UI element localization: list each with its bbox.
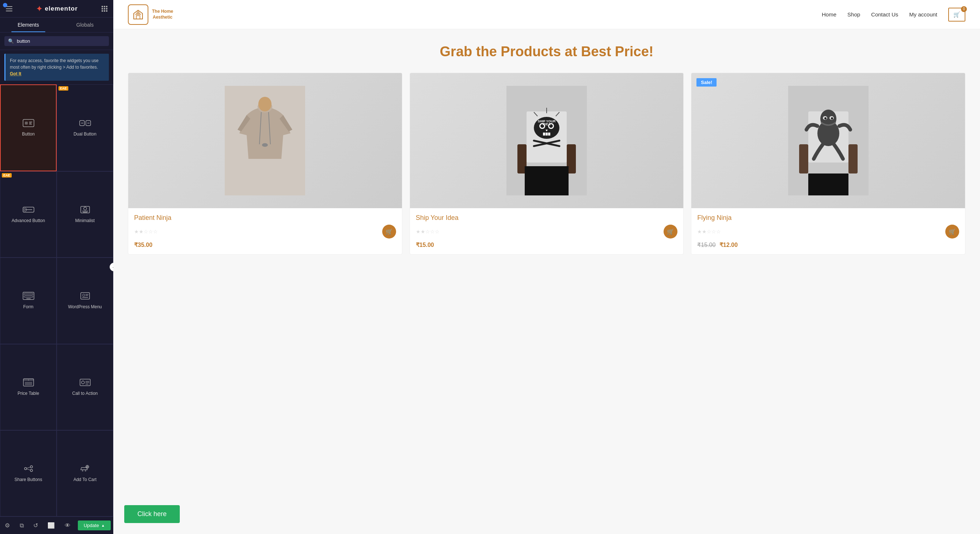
product-name-flying-ninja: Flying Ninja xyxy=(697,214,959,222)
svg-point-80 xyxy=(831,117,833,119)
search-input[interactable] xyxy=(17,38,105,44)
widget-button[interactable]: Button xyxy=(0,84,57,171)
widget-minimalist[interactable]: Minimalist xyxy=(57,171,113,257)
product-info-ship-your-idea: Ship Your Idea ★★☆☆☆ 🛒 ₹15.00 xyxy=(410,208,684,254)
wordpress-menu-widget-icon xyxy=(79,292,91,302)
svg-point-44 xyxy=(82,470,83,472)
product-card-ship-your-idea: SHIP YOUR IDEA xyxy=(410,73,684,254)
product-name-patient-ninja: Patient Ninja xyxy=(134,214,396,222)
minimalist-widget-icon xyxy=(79,206,91,216)
site-logo-icon xyxy=(128,5,148,25)
add-to-cart-flying-ninja[interactable]: 🛒 xyxy=(945,225,959,238)
widget-price-table-label: Price Table xyxy=(18,391,39,396)
widget-advanced-button[interactable]: EAE Advanced Button xyxy=(0,171,57,257)
widget-share-buttons-label: Share Buttons xyxy=(14,477,42,482)
product-card-patient-ninja: Patient Ninja ★★☆☆☆ 🛒 ₹35.00 xyxy=(128,73,402,254)
mac-dot xyxy=(3,3,7,7)
click-here-button[interactable]: Click here xyxy=(124,505,180,523)
product-image-ship-your-idea: SHIP YOUR IDEA xyxy=(410,73,684,208)
widget-call-to-action[interactable]: Call to Action xyxy=(57,344,113,430)
svg-rect-20 xyxy=(81,292,89,299)
product-price-ship-your-idea: ₹15.00 xyxy=(416,242,678,248)
svg-rect-82 xyxy=(848,144,858,173)
hamburger-menu[interactable] xyxy=(6,6,13,11)
call-to-action-widget-icon xyxy=(79,378,91,389)
svg-point-79 xyxy=(824,117,827,119)
widget-share-buttons[interactable]: Share Buttons xyxy=(0,430,57,517)
info-text: For easy access, favorite the widgets yo… xyxy=(10,58,99,70)
product-info-patient-ninja: Patient Ninja ★★☆☆☆ 🛒 ₹35.00 xyxy=(128,208,402,254)
search-inner: 🔍 xyxy=(5,36,109,46)
button-widget-icon xyxy=(23,119,34,129)
svg-rect-81 xyxy=(799,144,808,173)
update-button[interactable]: Update ▲ xyxy=(78,520,111,530)
product-price-flying-ninja: ₹15.00 ₹12.00 xyxy=(697,242,959,248)
add-to-cart-patient-ninja[interactable]: 🛒 xyxy=(382,225,396,238)
svg-rect-0 xyxy=(23,119,34,127)
main-content: The Home Aesthetic Home Shop Contact Us … xyxy=(113,0,980,534)
product-price-patient-ninja: ₹35.00 xyxy=(134,242,396,248)
left-panel: ✦ elementor Elements Globals 🔍 For easy … xyxy=(0,0,113,534)
grid-icon[interactable] xyxy=(102,6,107,12)
tab-globals[interactable]: Globals xyxy=(57,17,113,32)
nav-contact[interactable]: Contact Us xyxy=(871,11,898,17)
preview-icon[interactable]: 👁 xyxy=(62,520,73,531)
responsive-icon[interactable]: ⬜ xyxy=(45,520,57,531)
stars-ship-your-idea: ★★☆☆☆ xyxy=(416,229,439,235)
update-chevron-icon: ▲ xyxy=(101,523,105,528)
widget-button-label: Button xyxy=(22,132,35,137)
nav-account[interactable]: My account xyxy=(909,11,937,17)
svg-line-40 xyxy=(27,469,30,470)
widget-add-to-cart-label: Add To Cart xyxy=(73,477,97,482)
advanced-button-widget-icon xyxy=(23,206,34,216)
settings-icon[interactable]: ⚙ xyxy=(3,520,12,531)
nav-home[interactable]: Home xyxy=(822,11,837,17)
widget-wordpress-menu-label: WordPress Menu xyxy=(68,304,102,309)
panel-search: 🔍 xyxy=(0,32,113,50)
svg-rect-72 xyxy=(525,166,569,195)
svg-point-52 xyxy=(258,97,272,111)
svg-point-51 xyxy=(262,143,268,147)
widget-wordpress-menu[interactable]: WordPress Menu xyxy=(57,257,113,344)
svg-rect-62 xyxy=(548,133,550,135)
site-header: The Home Aesthetic Home Shop Contact Us … xyxy=(113,0,980,29)
form-widget-icon xyxy=(23,292,34,302)
svg-marker-46 xyxy=(135,11,142,15)
widget-grid: Button EAE Dual Button EAE xyxy=(0,84,113,517)
product-placeholder-3 xyxy=(691,73,965,208)
svg-rect-17 xyxy=(24,293,33,295)
layers-icon[interactable]: ⧉ xyxy=(18,520,26,531)
price-table-widget-icon: $ xyxy=(23,378,34,389)
tab-elements[interactable]: Elements xyxy=(0,17,57,32)
widget-advanced-button-label: Advanced Button xyxy=(12,218,45,223)
add-to-cart-ship-your-idea[interactable]: 🛒 xyxy=(663,225,678,238)
nav-shop[interactable]: Shop xyxy=(847,11,860,17)
product-rating-flying-ninja: ★★☆☆☆ 🛒 xyxy=(697,225,959,238)
cart-badge: 0 xyxy=(961,6,967,12)
dual-button-widget-icon xyxy=(79,119,91,129)
logo-icon: ✦ xyxy=(36,5,43,13)
stars-patient-ninja: ★★☆☆☆ xyxy=(134,229,158,235)
share-buttons-widget-icon xyxy=(23,465,34,475)
info-box: For easy access, favorite the widgets yo… xyxy=(5,54,109,81)
svg-rect-35 xyxy=(86,383,88,385)
cart-button[interactable]: 🛒 0 xyxy=(948,8,966,22)
add-to-cart-widget-icon xyxy=(79,465,91,475)
widget-add-to-cart[interactable]: Add To Cart xyxy=(57,430,113,517)
site-logo: The Home Aesthetic xyxy=(128,5,173,25)
history-icon[interactable]: ↺ xyxy=(31,520,40,531)
got-it-link[interactable]: Got It xyxy=(10,71,21,76)
logo-text: elementor xyxy=(45,5,78,13)
product-image-patient-ninja xyxy=(128,73,402,208)
widget-price-table[interactable]: $ Price Table xyxy=(0,344,57,430)
svg-rect-61 xyxy=(546,133,548,135)
product-placeholder-1 xyxy=(128,73,402,208)
widget-form[interactable]: Form xyxy=(0,257,57,344)
site-logo-text: The Home Aesthetic xyxy=(152,9,173,20)
elementor-logo: ✦ elementor xyxy=(36,5,78,13)
widget-dual-button-label: Dual Button xyxy=(73,132,97,137)
product-grid: Patient Ninja ★★☆☆☆ 🛒 ₹35.00 xyxy=(128,73,966,254)
svg-text:IDEA: IDEA xyxy=(542,122,550,126)
sale-badge: Sale! xyxy=(697,78,716,87)
widget-dual-button[interactable]: EAE Dual Button xyxy=(57,84,113,171)
